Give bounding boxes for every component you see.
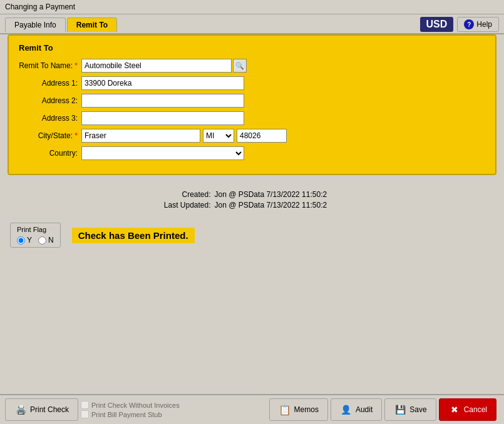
print-flag-box: Print Flag Y N bbox=[10, 223, 61, 248]
cancel-button[interactable]: ✖ Cancel bbox=[439, 398, 496, 421]
print-check-wo-invoices-label: Print Check Without Invoices bbox=[91, 401, 180, 409]
help-icon: ? bbox=[464, 19, 474, 29]
remit-to-name-row: Remit To Name: * 🔍 bbox=[19, 59, 485, 73]
print-check-wo-invoices-row: Print Check Without Invoices bbox=[81, 401, 180, 409]
print-flag-y-radio[interactable] bbox=[17, 236, 25, 245]
address1-label: Address 1: bbox=[19, 79, 81, 88]
remit-to-panel: Remit To Remit To Name: * 🔍 Address 1: A… bbox=[8, 34, 496, 175]
address3-label: Address 3: bbox=[19, 114, 81, 123]
window-title: Changing a Payment bbox=[5, 3, 75, 11]
remit-to-name-search-button[interactable]: 🔍 bbox=[233, 59, 247, 73]
save-button[interactable]: 💾 Save bbox=[384, 398, 436, 421]
city-state-label: City/State: * bbox=[19, 131, 81, 140]
print-flag-y-option[interactable]: Y bbox=[17, 236, 32, 245]
top-section: Payable Info Remit To USD ? Help bbox=[0, 14, 504, 33]
address3-row: Address 3: bbox=[19, 111, 485, 125]
created-row: Created: Jon @ PSData 7/13/2022 11:50:2 bbox=[10, 190, 494, 199]
country-row: Country: bbox=[19, 146, 485, 160]
print-flag-title: Print Flag bbox=[17, 226, 54, 233]
remit-to-name-input[interactable] bbox=[81, 59, 232, 73]
zip-input[interactable] bbox=[237, 129, 287, 143]
bottom-bar: 🖨️ Print Check Print Check Without Invoi… bbox=[0, 394, 504, 424]
city-input[interactable] bbox=[81, 129, 200, 143]
address3-input[interactable] bbox=[81, 111, 244, 125]
country-label: Country: bbox=[19, 149, 81, 158]
tab-remit-to[interactable]: Remit To bbox=[67, 18, 117, 32]
help-button[interactable]: ? Help bbox=[457, 17, 499, 32]
print-bill-payment-label: Print Bill Payment Stub bbox=[91, 411, 162, 418]
print-check-button[interactable]: 🖨️ Print Check bbox=[5, 398, 78, 421]
last-updated-row: Last Updated: Jon @ PSData 7/13/2022 11:… bbox=[10, 201, 494, 209]
last-updated-value: Jon @ PSData 7/13/2022 11:50:2 bbox=[215, 201, 352, 209]
title-bar: Changing a Payment bbox=[0, 0, 504, 14]
print-bill-payment-row: Print Bill Payment Stub bbox=[81, 410, 180, 418]
address1-input[interactable] bbox=[81, 76, 244, 90]
print-options-section: Print Check Without Invoices Print Bill … bbox=[81, 401, 180, 418]
main-area: Remit To Remit To Name: * 🔍 Address 1: A… bbox=[0, 33, 504, 180]
memos-button[interactable]: 📋 Memos bbox=[269, 398, 328, 421]
currency-badge: USD bbox=[420, 17, 454, 32]
country-dropdown[interactable] bbox=[81, 146, 244, 160]
check-printed-message: Check has Been Printed. bbox=[72, 228, 195, 243]
created-value: Jon @ PSData 7/13/2022 11:50:2 bbox=[215, 190, 352, 199]
state-dropdown[interactable]: MI bbox=[203, 129, 234, 143]
print-flag-section: Print Flag Y N Check has Been Printed. bbox=[0, 216, 504, 254]
memos-icon: 📋 bbox=[279, 403, 291, 416]
address2-label: Address 2: bbox=[19, 96, 81, 105]
info-section: Created: Jon @ PSData 7/13/2022 11:50:2 … bbox=[0, 185, 504, 216]
print-flag-n-option[interactable]: N bbox=[38, 236, 54, 245]
audit-button[interactable]: 👤 Audit bbox=[331, 398, 382, 421]
print-flag-n-radio[interactable] bbox=[38, 236, 46, 245]
print-check-icon: 🖨️ bbox=[14, 403, 27, 416]
print-bill-payment-checkbox[interactable] bbox=[81, 410, 89, 418]
print-check-wo-invoices-checkbox[interactable] bbox=[81, 401, 89, 409]
remit-to-name-label: Remit To Name: * bbox=[19, 61, 81, 70]
address2-input[interactable] bbox=[81, 94, 244, 108]
city-state-row: City/State: * MI bbox=[19, 129, 485, 143]
created-label: Created: bbox=[152, 190, 215, 199]
save-icon: 💾 bbox=[394, 403, 406, 416]
address1-row: Address 1: bbox=[19, 76, 485, 90]
cancel-icon: ✖ bbox=[448, 403, 461, 416]
address2-row: Address 2: bbox=[19, 94, 485, 108]
last-updated-label: Last Updated: bbox=[152, 201, 215, 209]
tab-payable-info[interactable]: Payable Info bbox=[5, 18, 66, 32]
remit-to-panel-title: Remit To bbox=[19, 43, 485, 53]
audit-icon: 👤 bbox=[340, 403, 352, 416]
